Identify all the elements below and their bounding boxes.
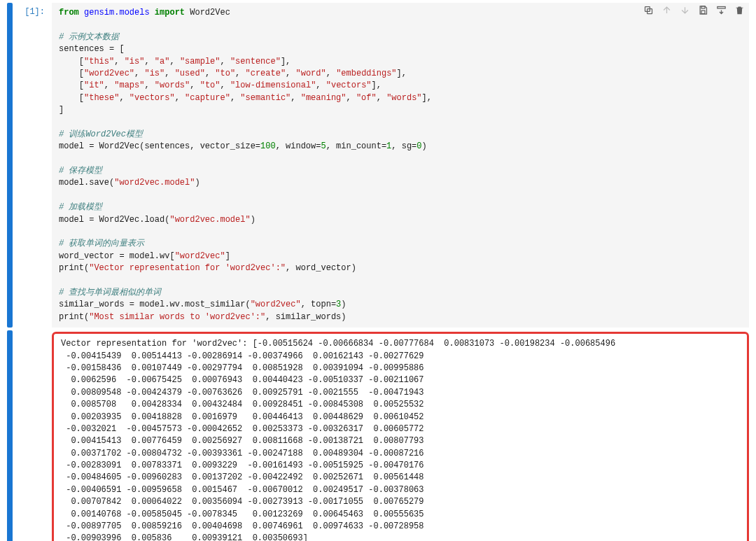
trash-icon[interactable]: [734, 4, 745, 15]
str: "word2vec": [251, 300, 301, 309]
code-text: model = Word2Vec.load(: [59, 215, 169, 225]
str: "to": [200, 80, 220, 90]
execution-prompt: [1]:: [17, 3, 52, 328]
save-icon[interactable]: [697, 4, 708, 15]
keyword: import: [155, 8, 185, 17]
str: "Vector representation for 'word2vec':": [89, 263, 286, 273]
str: "words": [386, 93, 421, 103]
code-text: ): [251, 215, 255, 225]
str: "sample": [180, 57, 220, 66]
str: "words": [155, 80, 190, 90]
comment: # 示例文本数据: [59, 32, 119, 42]
str: "these": [84, 93, 119, 103]
str: "a": [155, 57, 170, 66]
cell-gutter: [7, 3, 13, 328]
str: "meaning": [301, 93, 346, 103]
str: "this": [84, 57, 114, 66]
str: "embeddings": [336, 69, 396, 78]
cell-toolbar: [643, 4, 745, 15]
str: "is": [125, 57, 145, 66]
insert-below-icon[interactable]: [715, 4, 727, 15]
str: "of": [356, 93, 377, 103]
svg-rect-3: [701, 10, 705, 13]
code-editor[interactable]: from gensim.models import Word2Vec # 示例文…: [52, 3, 749, 328]
code-text: word_vector = model.wv[: [59, 251, 175, 261]
code-text: model = Word2Vec(sentences, vector_size=: [59, 141, 260, 151]
code-text: , word_vector): [286, 263, 356, 273]
str: "capture": [185, 93, 230, 103]
str: "vectors": [130, 93, 175, 103]
module: gensim.models: [84, 8, 150, 17]
num: 0: [416, 141, 421, 151]
svg-rect-4: [717, 6, 724, 8]
code-text: , min_count=: [326, 141, 386, 151]
str: "used": [175, 69, 205, 78]
num: 5: [321, 141, 326, 151]
code-text: similar_words = model.wv.most_similar(: [59, 300, 251, 309]
str: "Most similar words to 'word2vec':": [89, 312, 265, 322]
str: "semantic": [240, 93, 290, 103]
code-text: sentences = [: [59, 44, 125, 54]
num: 100: [260, 141, 276, 151]
comment: # 训练Word2Vec模型: [59, 129, 143, 139]
str: "low-dimensional": [230, 80, 316, 90]
str: "maps": [114, 80, 144, 90]
str: "word2vec.model": [169, 215, 250, 225]
arrow-up-icon[interactable]: [661, 4, 672, 15]
str: "vectors": [326, 80, 372, 90]
code-text: , topn=: [301, 300, 336, 309]
comment: # 查找与单词最相似的单词: [59, 288, 161, 297]
code-text: , sg=: [391, 141, 416, 151]
str: "word2vec.model": [114, 178, 195, 188]
output-gutter: [7, 330, 13, 541]
notebook-container: [1]: from gensim.models import Word2Vec …: [0, 0, 756, 541]
name: Word2Vec: [190, 8, 230, 17]
copy-icon[interactable]: [643, 4, 654, 15]
code-text: ): [341, 300, 346, 309]
code-text: ): [195, 178, 200, 188]
cell-output: Vector representation for 'word2vec': [-…: [52, 332, 749, 541]
output-cell: Vector representation for 'word2vec': [-…: [7, 330, 749, 541]
code-text: print(: [59, 263, 89, 273]
str: "it": [84, 80, 104, 90]
str: "word2vec": [84, 69, 134, 78]
code-text: ]: [59, 105, 64, 115]
code-text: , window=: [276, 141, 321, 151]
str: "create": [246, 69, 286, 78]
keyword: from: [59, 8, 79, 17]
str: "to": [215, 69, 235, 78]
code-text: ): [422, 141, 427, 151]
comment: # 获取单词的向量表示: [59, 239, 144, 248]
str: "sentence": [230, 57, 281, 66]
output-prompt: [17, 330, 52, 541]
svg-rect-2: [701, 6, 705, 8]
arrow-down-icon[interactable]: [679, 4, 690, 15]
comment: # 加载模型: [59, 202, 102, 212]
code-text: model.save(: [59, 178, 114, 188]
str: "word2vec": [175, 251, 225, 261]
code-text: ]: [225, 251, 230, 261]
code-text: print(: [59, 312, 89, 322]
str: "word": [296, 69, 326, 78]
code-text: , similar_words): [265, 312, 346, 322]
code-cell: [1]: from gensim.models import Word2Vec …: [7, 3, 749, 328]
comment: # 保存模型: [59, 166, 102, 176]
str: "is": [144, 69, 164, 78]
